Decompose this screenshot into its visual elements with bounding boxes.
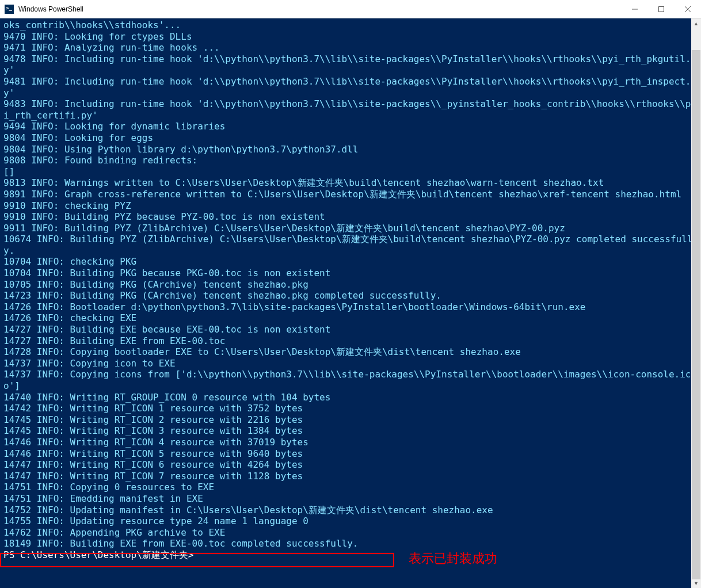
console-line: 9481 INFO: Including run-time hook 'd:\\… [3,76,696,98]
scroll-down-icon[interactable]: ▼ [691,578,701,588]
close-button[interactable] [675,0,701,18]
console-line: 10704 INFO: Building PKG because PKG-00.… [3,268,330,278]
console-line: 10705 INFO: Building PKG (CArchive) tenc… [3,279,308,290]
console-line: 14727 INFO: Building EXE from EXE-00.toc [3,335,225,346]
console-line: 9478 INFO: Including run-time hook 'd:\\… [3,54,696,76]
console-line: 14747 INFO: Writing RT_ICON 7 resource w… [3,471,303,482]
console-line: 14751 INFO: Emedding manifest in EXE [3,493,203,504]
console-line: 14746 INFO: Writing RT_ICON 5 resource w… [3,448,303,459]
console-line: 14745 INFO: Writing RT_ICON 2 resource w… [3,414,303,425]
console-line: 14737 INFO: Copying icon to EXE [3,358,176,369]
console-line: 9471 INFO: Analyzing run-time hooks ... [3,42,220,53]
console-line: 14726 INFO: Bootloader d:\python\python3… [3,301,585,312]
console-line: 9804 INFO: Looking for eggs [3,132,153,143]
console-line: 9483 INFO: Including run-time hook 'd:\\… [3,98,696,121]
console-line: 9891 INFO: Graph cross-reference written… [3,189,681,200]
console-line: 14745 INFO: Writing RT_ICON 3 resource w… [3,425,303,436]
powershell-icon [5,5,14,14]
console-line: 14747 INFO: Writing RT_ICON 6 resource w… [3,459,303,470]
prompt-line: PS C:\Users\User\Desktop\新建文件夹> [3,549,193,560]
console-line: 14755 INFO: Updating resource type 24 na… [3,516,308,526]
console-line: 14740 INFO: Writing RT_GROUP_ICON 0 reso… [3,392,330,403]
console-line: 9910 INFO: Building PYZ because PYZ-00.t… [3,211,325,222]
console-output[interactable]: oks_contrib\\hooks\\stdhooks'... 9470 IN… [0,18,701,561]
console-line: 9470 INFO: Looking for ctypes DLLs [3,31,192,42]
console-line: oks_contrib\\hooks\\stdhooks'... [3,20,181,30]
maximize-button[interactable] [648,0,675,18]
console-line: 10704 INFO: checking PKG [3,256,136,267]
console-line: 14742 INFO: Writing RT_ICON 1 resource w… [3,403,303,414]
console-line: 9494 INFO: Looking for dynamic libraries [3,121,225,132]
console-line: 14726 INFO: checking EXE [3,312,136,323]
console-line: [] [3,166,14,177]
console-line: 18149 INFO: Building EXE from EXE-00.toc… [3,538,359,549]
console-line: 9804 INFO: Using Python library d:\pytho… [3,144,359,155]
window-titlebar[interactable]: Windows PowerShell [0,0,701,18]
console-line: 14752 INFO: Updating manifest in C:\User… [3,505,493,516]
console-line: 14727 INFO: Building EXE because EXE-00.… [3,324,330,335]
console-line: 14751 INFO: Copying 0 resources to EXE [3,482,214,492]
window-title: Windows PowerShell [18,5,622,13]
console-line: 14737 INFO: Copying icons from ['d:\\pyt… [3,369,691,391]
scrollbar-thumb[interactable] [692,50,700,579]
svg-rect-1 [659,6,664,12]
console-line: 9911 INFO: Building PYZ (ZlibArchive) C:… [3,223,565,234]
console-line: 9808 INFO: Found binding redirects: [3,155,197,166]
scroll-up-icon[interactable]: ▲ [691,18,701,28]
console-line: 10674 INFO: Building PYZ (ZlibArchive) C… [3,234,692,256]
scrollbar-vertical[interactable]: ▲ ▼ [691,18,701,588]
console-line: 14723 INFO: Building PKG (CArchive) tenc… [3,290,441,301]
minimize-button[interactable] [622,0,648,18]
console-line: 9813 INFO: Warnings written to C:\Users\… [3,177,604,188]
console-line: 14746 INFO: Writing RT_ICON 4 resource w… [3,437,308,448]
console-line: 9910 INFO: checking PYZ [3,200,131,211]
console-line: 14728 INFO: Copying bootloader EXE to C:… [3,346,521,357]
console-line: 14762 INFO: Appending PKG archive to EXE [3,527,225,538]
